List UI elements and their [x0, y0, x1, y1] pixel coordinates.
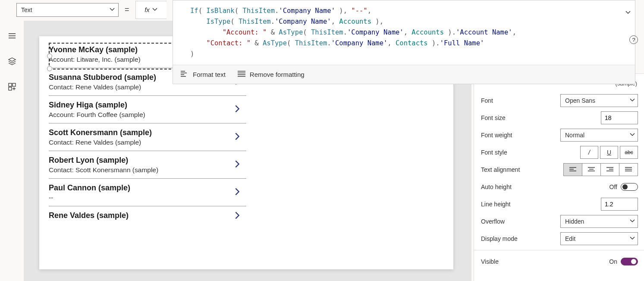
chevron-right-icon[interactable]: [232, 187, 242, 198]
fx-label: fx: [145, 6, 150, 13]
list-item-title: Sidney Higa (sample): [49, 101, 246, 110]
prop-font-style: Font style / U abc: [481, 144, 638, 161]
chevron-right-icon[interactable]: [232, 104, 242, 115]
prop-font-size: Font size: [481, 109, 638, 126]
underline-button[interactable]: U: [600, 146, 618, 159]
formula-code[interactable]: If( IsBlank( ThisItem.'Company Name' ), …: [173, 0, 635, 65]
format-text-button[interactable]: Format text: [181, 71, 226, 78]
list-item-title: Scott Konersmann (sample): [49, 128, 246, 137]
font-select[interactable]: Open Sans: [560, 94, 638, 107]
list-item-subtitle: Contact: Scott Konersmann (sample): [49, 166, 246, 174]
display-mode-select[interactable]: Edit: [560, 232, 638, 245]
chevron-down-icon: [630, 235, 635, 242]
list-item[interactable]: Rene Valdes (sample): [49, 206, 246, 226]
remove-formatting-label: Remove formatting: [250, 71, 305, 78]
chevron-right-icon[interactable]: [232, 211, 242, 222]
strikethrough-button[interactable]: abc: [620, 146, 638, 159]
remove-formatting-icon: [238, 71, 245, 78]
list-item[interactable]: Scott Konersmann (sample)Contact: Rene V…: [49, 123, 246, 151]
prop-overflow: Overflow Hidden: [481, 213, 638, 230]
chevron-down-icon: [630, 132, 635, 139]
chevron-right-icon[interactable]: [232, 132, 242, 143]
list-item-subtitle: Contact: Rene Valdes (sample): [49, 83, 246, 91]
properties-panel: (sample) Font Open Sans Font size Font w…: [474, 73, 644, 281]
chevron-down-icon: [110, 6, 115, 13]
list-item[interactable]: Sidney Higa (sample)Account: Fourth Coff…: [49, 96, 246, 123]
left-nav: [0, 21, 24, 281]
format-text-icon: [181, 71, 188, 78]
divider: [474, 250, 644, 250]
formula-editor[interactable]: If( IsBlank( ThisItem.'Company Name' ), …: [173, 0, 635, 84]
formula-toolbar: Format text Remove formatting: [173, 65, 635, 84]
remove-formatting-button[interactable]: Remove formatting: [238, 71, 305, 78]
list-item[interactable]: Paul Cannon (sample)--: [49, 179, 246, 206]
align-center-button[interactable]: [582, 163, 601, 176]
visible-toggle[interactable]: [621, 258, 638, 265]
hamburger-icon[interactable]: [8, 32, 16, 42]
prop-auto-height: Auto height Off: [481, 178, 638, 196]
list-item[interactable]: Robert Lyon (sample)Contact: Scott Koner…: [49, 151, 246, 179]
chevron-down-icon: [630, 218, 635, 225]
italic-button[interactable]: /: [580, 146, 598, 159]
prop-font-weight: Font weight Normal: [481, 126, 638, 144]
font-size-input[interactable]: [601, 111, 638, 124]
line-height-input[interactable]: [601, 198, 638, 211]
list-item-title: Paul Cannon (sample): [49, 183, 246, 193]
font-weight-select[interactable]: Normal: [560, 129, 638, 142]
prop-visible: Visible On: [481, 253, 638, 270]
list-item-subtitle: Contact: Rene Valdes (sample): [49, 139, 246, 146]
layers-icon[interactable]: [8, 57, 16, 67]
format-text-label: Format text: [193, 71, 226, 78]
svg-rect-1: [13, 83, 16, 86]
prop-display-mode: Display mode Edit: [481, 230, 638, 247]
chevron-down-icon: [152, 6, 157, 13]
chevron-right-icon[interactable]: [232, 159, 242, 170]
align-justify-button[interactable]: [619, 163, 638, 176]
chevron-down-icon: [630, 97, 635, 104]
collapse-formula-icon[interactable]: [625, 9, 631, 17]
overflow-select[interactable]: Hidden: [560, 215, 638, 228]
list-item-subtitle: --: [49, 194, 246, 202]
equals-sign: =: [125, 5, 129, 14]
svg-rect-0: [9, 83, 12, 86]
list-item-title: Rene Valdes (sample): [49, 211, 246, 220]
align-right-button[interactable]: [600, 163, 619, 176]
auto-height-toggle[interactable]: [621, 183, 638, 191]
list-item-title: Robert Lyon (sample): [49, 156, 246, 165]
list-item-subtitle: Account: Fourth Coffee (sample): [49, 111, 246, 119]
help-icon[interactable]: ?: [629, 35, 638, 44]
insert-icon[interactable]: [8, 82, 16, 93]
align-left-button[interactable]: [563, 163, 582, 176]
fx-button[interactable]: fx: [135, 1, 166, 19]
prop-text-align: Text alignment: [481, 161, 638, 178]
svg-rect-2: [9, 87, 12, 90]
prop-line-height: Line height: [481, 196, 638, 213]
property-selector[interactable]: Text: [16, 3, 119, 17]
prop-font: Font Open Sans: [481, 92, 638, 109]
property-selector-label: Text: [21, 6, 32, 13]
